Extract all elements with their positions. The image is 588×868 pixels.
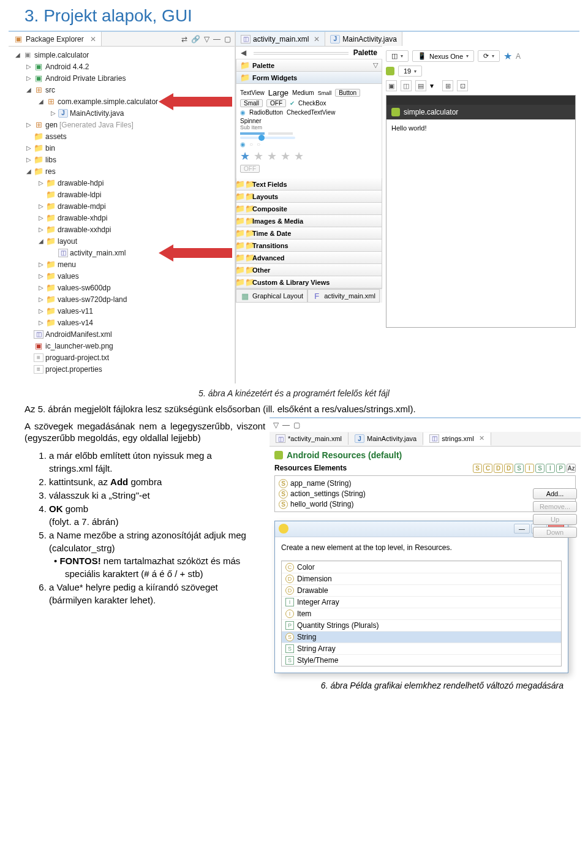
tab-xml-source[interactable]: Factivity_main.xml: [307, 289, 380, 303]
palette-cat[interactable]: 📁Composite: [236, 203, 382, 215]
palette-cat[interactable]: 📁Text Fields: [236, 178, 382, 191]
tree-item[interactable]: Android Private Libraries: [45, 74, 126, 83]
tree-item[interactable]: activity_main.xml: [70, 249, 126, 257]
tool-icon[interactable]: ◫: [401, 80, 412, 91]
minimize-icon[interactable]: —: [213, 35, 221, 43]
tab-package-explorer[interactable]: ▣ Package Explorer ✕: [9, 32, 102, 46]
minimize-button[interactable]: —: [514, 524, 530, 534]
tree-item[interactable]: gen: [45, 121, 58, 129]
tree-item[interactable]: values-sw600dp: [58, 284, 111, 292]
maximize-icon[interactable]: ▢: [224, 35, 231, 43]
dlg-option[interactable]: Quantity Strings (Plurals): [297, 621, 379, 630]
tree-item[interactable]: values-sw720dp-land: [58, 295, 127, 304]
widget-textview[interactable]: TextView: [240, 89, 265, 96]
element-type-list[interactable]: CColor DDimension DDrawable IInteger Arr…: [281, 560, 562, 666]
list-item[interactable]: hello_world (String): [290, 500, 353, 508]
tree-item[interactable]: drawable-ldpi: [58, 191, 101, 199]
widget-small-label[interactable]: Small: [318, 90, 332, 96]
tree-item[interactable]: bin: [45, 144, 55, 153]
tree-item[interactable]: values-v14: [58, 319, 93, 327]
tree-item[interactable]: values-v11: [58, 307, 93, 315]
dlg-option-selected[interactable]: String: [297, 633, 316, 641]
arrow-left-icon[interactable]: ◀: [241, 48, 246, 57]
dlg-option[interactable]: Dimension: [297, 575, 332, 583]
tree-item[interactable]: drawable-xxhdpi: [58, 225, 111, 234]
dlg-option[interactable]: Drawable: [297, 586, 328, 595]
close-icon[interactable]: ✕: [314, 35, 320, 43]
palette-cat[interactable]: 📁Advanced: [236, 252, 382, 264]
tool-icon[interactable]: ⊞: [442, 80, 453, 91]
up-button[interactable]: Up: [533, 514, 577, 525]
list-item[interactable]: action_settings (String): [290, 489, 366, 498]
tree-item[interactable]: project.properties: [45, 365, 102, 374]
list-item[interactable]: app_name (String): [290, 479, 351, 488]
tab-activity[interactable]: ◫*activity_main.xml: [270, 432, 349, 445]
tree-item[interactable]: proguard-project.txt: [45, 353, 109, 362]
dlg-option[interactable]: Style/Theme: [297, 656, 338, 665]
star-icon[interactable]: ★: [503, 50, 512, 62]
tool-icon[interactable]: ▤: [415, 80, 426, 91]
tree-item[interactable]: drawable-mdpi: [58, 202, 106, 211]
tree-item[interactable]: Android 4.4.2: [45, 62, 89, 71]
resource-list[interactable]: Sapp_name (String) Saction_settings (Str…: [274, 475, 576, 512]
api-picker[interactable]: 19 ▾: [398, 66, 422, 77]
add-button[interactable]: Add...: [533, 488, 577, 499]
tool-icon[interactable]: ▣: [386, 80, 397, 91]
close-icon[interactable]: ✕: [479, 434, 484, 442]
tree-item[interactable]: libs: [45, 156, 56, 164]
tree-item[interactable]: assets: [45, 132, 67, 141]
dlg-option[interactable]: Integer Array: [297, 598, 339, 606]
tab-graphical-layout[interactable]: ▦Graphical Layout: [236, 289, 307, 303]
link-icon[interactable]: 🔗: [191, 35, 200, 43]
tree-item[interactable]: menu: [58, 260, 76, 269]
device-picker[interactable]: 📱 Nexus One ▾: [412, 50, 474, 62]
widget-large[interactable]: Large: [268, 88, 288, 97]
dlg-option[interactable]: Color: [297, 563, 315, 572]
down-button[interactable]: Down: [533, 527, 577, 538]
palette-cat[interactable]: 📁Layouts: [236, 191, 382, 203]
widget-medium[interactable]: Medium: [292, 89, 314, 96]
tree-item[interactable]: AndroidManifest.xml: [45, 330, 112, 339]
widget-spinner[interactable]: Spinner: [240, 118, 261, 124]
star-icon[interactable]: ★: [240, 149, 250, 163]
menu-icon[interactable]: ▽: [273, 421, 279, 429]
palette-cat[interactable]: 📁Time & Date: [236, 227, 382, 240]
widget-checkbox[interactable]: CheckBox: [298, 100, 326, 107]
tool-icon[interactable]: ⊡: [457, 80, 468, 91]
tree-item[interactable]: values: [58, 272, 79, 281]
tree-item[interactable]: res: [45, 167, 56, 176]
widget-checkedtv[interactable]: CheckedTextView: [287, 109, 335, 116]
widget-button[interactable]: Button: [335, 89, 360, 97]
remove-button[interactable]: Remove...: [533, 501, 577, 512]
palette-cat[interactable]: 📁Images & Media: [236, 215, 382, 227]
tree-item[interactable]: layout: [58, 237, 77, 246]
tab-strings[interactable]: ◫strings.xml✕: [423, 432, 491, 446]
widget-subitem[interactable]: Sub Item: [240, 124, 262, 130]
tree-item[interactable]: drawable-xhdpi: [58, 214, 107, 222]
orientation-picker[interactable]: ⟳ ▾: [478, 50, 500, 62]
palette-cat-palette[interactable]: 📁Palette▽: [236, 59, 382, 72]
widget-small-btn[interactable]: Small: [240, 99, 263, 107]
palette-cat[interactable]: 📁Custom & Library Views: [236, 276, 382, 289]
layout-picker[interactable]: ◫ ▾: [386, 50, 409, 62]
dlg-option[interactable]: Item: [297, 609, 311, 618]
dlg-option[interactable]: String Array: [297, 644, 336, 653]
widget-off-btn[interactable]: OFF: [266, 99, 286, 107]
tab-activity-xml[interactable]: ◫activity_main.xml✕: [236, 32, 325, 46]
tab-java[interactable]: JMainActivity.java: [349, 432, 423, 445]
tree-item[interactable]: com.example.simple.calculator: [58, 97, 158, 106]
widget-radio[interactable]: RadioButton: [249, 109, 283, 116]
collapse-icon[interactable]: ⇄: [181, 35, 187, 43]
tree-item[interactable]: ic_launcher-web.png: [45, 342, 113, 350]
palette-cat-form[interactable]: 📁Form Widgets: [236, 72, 382, 84]
widget-slider[interactable]: [240, 137, 295, 139]
tree-item[interactable]: src: [45, 86, 55, 94]
menu-icon[interactable]: ▽: [204, 35, 209, 43]
tree-item[interactable]: drawable-hdpi: [58, 179, 104, 187]
tree-item[interactable]: MainActivity.java: [70, 109, 124, 118]
palette-cat[interactable]: 📁Transitions: [236, 240, 382, 252]
paragraph: Az 5. ábrán megjelölt fájlokra lesz szük…: [24, 403, 564, 415]
palette-cat[interactable]: 📁Other: [236, 264, 382, 276]
close-icon[interactable]: ✕: [90, 35, 96, 43]
project-name[interactable]: simple.calculator: [34, 51, 89, 59]
